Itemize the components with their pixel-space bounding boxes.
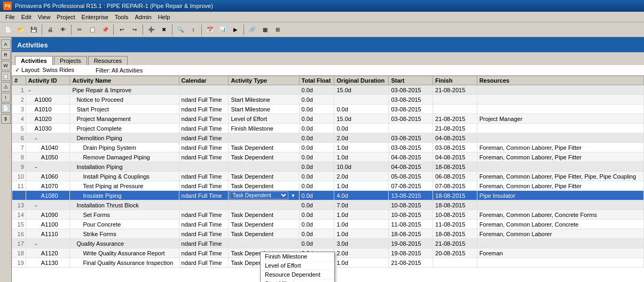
activity-name[interactable]: Pour Concrete xyxy=(70,220,179,229)
activity-name[interactable]: Test Piping at Pressure xyxy=(70,181,179,191)
toolbar-save[interactable]: 💾 xyxy=(28,24,40,36)
table-row[interactable]: 15 A1100 Pour Concrete ndard Full Time T… xyxy=(12,220,644,229)
activity-id[interactable]: A1020 xyxy=(26,114,70,124)
tab-activities[interactable]: Activities xyxy=(15,56,53,65)
table-row[interactable]: 7 A1040 Drain Piping System ndard Full T… xyxy=(12,143,644,152)
table-row[interactable]: 11 A1070 Test Piping at Pressure ndard F… xyxy=(12,181,644,191)
activity-name[interactable]: Strike Forms xyxy=(70,229,179,239)
toolbar-delete[interactable]: ✖ xyxy=(158,24,170,36)
menu-edit[interactable]: Edit xyxy=(18,13,35,21)
activity-name[interactable]: Drain Piping System xyxy=(70,143,179,152)
toolbar-link[interactable]: 🔗 xyxy=(246,24,258,36)
toolbar-add[interactable]: ➕ xyxy=(145,24,157,36)
activity-name[interactable]: Quality Assurance xyxy=(70,239,179,248)
activity-id[interactable]: − xyxy=(26,239,70,248)
sidebar-reports[interactable]: 📋 xyxy=(1,71,11,81)
toolbar-layout[interactable]: ⊞ xyxy=(272,24,284,36)
table-row[interactable]: 17 − Quality Assurance ndard Full Time 0… xyxy=(12,239,644,248)
activity-name[interactable]: Final Quality Assurance Inspection xyxy=(70,258,179,268)
col-finish[interactable]: Finish xyxy=(433,76,477,85)
toolbar-sort[interactable]: ↕ xyxy=(187,24,199,36)
activity-name[interactable]: Demolition Piping xyxy=(70,133,179,143)
activity-id[interactable]: A1050 xyxy=(26,152,70,162)
toolbar-paste[interactable]: 📌 xyxy=(99,24,111,36)
activity-id[interactable]: A1040 xyxy=(26,143,70,152)
col-calendar[interactable]: Calendar xyxy=(179,76,229,85)
activity-type-select[interactable]: Task Dependent xyxy=(230,191,288,199)
table-row[interactable]: 16 A1110 Strike Forms ndard Full Time Ta… xyxy=(12,229,644,239)
col-activity-name[interactable]: Activity Name xyxy=(70,76,179,85)
activity-id[interactable]: − xyxy=(26,85,70,95)
activity-name[interactable]: Project Management xyxy=(70,114,179,124)
toolbar-undo[interactable]: ↩ xyxy=(116,24,128,36)
sidebar-issues[interactable]: ! xyxy=(1,93,11,102)
table-row[interactable]: 5 A1030 Project Complete ndard Full Time… xyxy=(12,124,644,133)
activity-name[interactable]: Pipe Repair & Improve xyxy=(70,85,179,95)
table-row[interactable]: 4 A1020 Project Management ndard Full Ti… xyxy=(12,114,644,124)
activity-id[interactable]: − xyxy=(26,133,70,143)
toolbar-open[interactable]: 📂 xyxy=(15,24,27,36)
toolbar-cut[interactable]: ✂ xyxy=(74,24,85,36)
activity-name[interactable]: Write Quality Assurance Report xyxy=(70,248,179,258)
dropdown-item[interactable]: Resource Dependent xyxy=(261,270,334,279)
menu-help[interactable]: Help xyxy=(155,13,174,21)
table-row[interactable]: 9 − Installation Piping 0.0d 10.0d 04-08… xyxy=(12,162,644,172)
toolbar-print[interactable]: 🖨 xyxy=(44,24,56,36)
activity-name[interactable]: Notice to Proceed xyxy=(70,95,179,104)
activity-id[interactable]: A1110 xyxy=(26,229,70,239)
activity-type-dropdown[interactable]: Finish MilestoneLevel of EffortResource … xyxy=(260,252,335,282)
dropdown-item[interactable]: Finish Milestone xyxy=(261,252,334,261)
toolbar-schedule[interactable]: 📅 xyxy=(204,24,216,36)
sidebar-risks[interactable]: ⚠ xyxy=(1,82,11,92)
activity-name[interactable]: Insulate Piping xyxy=(70,191,179,200)
activity-name[interactable]: Install Piping & Couplings xyxy=(70,172,179,181)
activity-name[interactable]: Set Forms xyxy=(70,210,179,220)
activity-id[interactable]: A1100 xyxy=(26,220,70,229)
activity-name[interactable]: Installation Thrust Block xyxy=(70,200,179,210)
tab-projects[interactable]: Projects xyxy=(54,56,87,65)
menu-view[interactable]: View xyxy=(35,13,54,21)
table-row[interactable]: 12 A1080 Insulate Piping ndard Full Time… xyxy=(12,191,644,200)
menu-file[interactable]: File xyxy=(2,13,18,21)
sidebar-wbs[interactable]: W xyxy=(1,61,11,70)
toolbar-level[interactable]: 📊 xyxy=(217,24,229,36)
table-row[interactable]: 6 − Demolition Piping ndard Full Time 0.… xyxy=(12,133,644,143)
toolbar-columns[interactable]: ▦ xyxy=(259,24,271,36)
col-start[interactable]: Start xyxy=(389,76,433,85)
tab-resources[interactable]: Resources xyxy=(88,56,128,65)
activity-id[interactable]: A1120 xyxy=(26,248,70,258)
toolbar-new[interactable]: 📄 xyxy=(2,24,14,36)
activity-id[interactable]: A1010 xyxy=(26,104,70,114)
menu-tools[interactable]: Tools xyxy=(112,13,132,21)
activity-id[interactable]: − xyxy=(26,162,70,172)
activity-id[interactable]: A1000 xyxy=(26,95,70,104)
table-container[interactable]: # Activity ID Activity Name Calendar Act… xyxy=(12,76,644,282)
dropdown-item[interactable]: Start Milestone xyxy=(261,279,334,282)
menu-admin[interactable]: Admin xyxy=(131,13,154,21)
table-row[interactable]: 3 A1010 Start Project ndard Full Time St… xyxy=(12,104,644,114)
activity-name[interactable]: Installation Piping xyxy=(70,162,179,172)
table-row[interactable]: 14 A1090 Set Forms ndard Full Time Task … xyxy=(12,210,644,220)
table-row[interactable]: 1 − Pipe Repair & Improve 0.0d 15.0d 03-… xyxy=(12,85,644,95)
sidebar-resources[interactable]: R xyxy=(1,50,11,60)
dropdown-item[interactable]: Level of Effort xyxy=(261,261,334,270)
col-resources[interactable]: Resources xyxy=(477,76,643,85)
menu-enterprise[interactable]: Enterprise xyxy=(78,13,112,21)
sidebar-expenses[interactable]: $ xyxy=(1,114,11,124)
table-row[interactable]: 10 A1060 Install Piping & Couplings ndar… xyxy=(12,172,644,181)
activity-type-cell[interactable]: Task Dependent ▼ xyxy=(229,191,299,200)
sidebar-activities[interactable]: A xyxy=(1,39,11,49)
toolbar-redo[interactable]: ↪ xyxy=(129,24,140,36)
toolbar-preview[interactable]: 👁 xyxy=(57,24,69,36)
activity-id[interactable]: A1070 xyxy=(26,181,70,191)
activity-id[interactable]: A1030 xyxy=(26,124,70,133)
activity-name[interactable]: Remove Damaged Piping xyxy=(70,152,179,162)
toolbar-filter[interactable]: 🔍 xyxy=(175,24,186,36)
table-row[interactable]: 8 A1050 Remove Damaged Piping ndard Full… xyxy=(12,152,644,162)
activity-id[interactable]: − xyxy=(26,200,70,210)
toolbar-copy[interactable]: 📋 xyxy=(87,24,98,36)
activity-name[interactable]: Start Project xyxy=(70,104,179,114)
col-activity-type[interactable]: Activity Type xyxy=(229,76,299,85)
menu-project[interactable]: Project xyxy=(53,13,78,21)
activity-id[interactable]: A1090 xyxy=(26,210,70,220)
